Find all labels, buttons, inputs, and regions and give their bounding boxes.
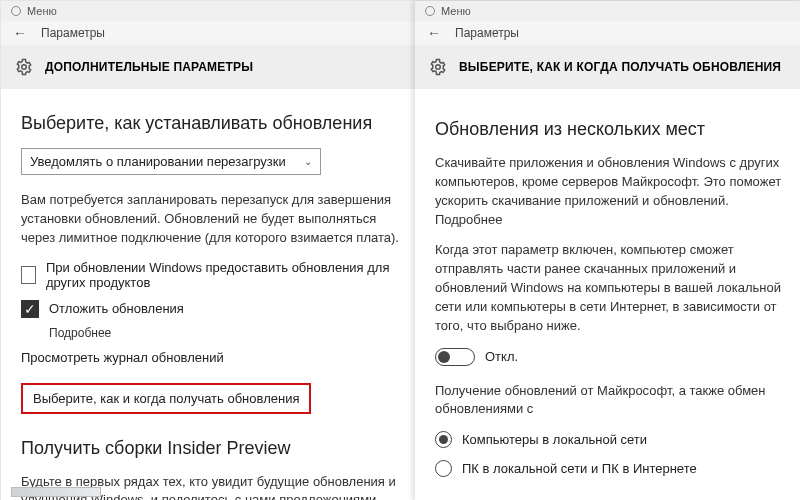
- radio-internet-label: ПК в локальной сети и ПК в Интернете: [462, 461, 697, 476]
- install-description: Вам потребуется запланировать перезапуск…: [21, 191, 411, 248]
- radio-internet-row[interactable]: ПК в локальной сети и ПК в Интернете: [435, 460, 783, 477]
- left-window: Меню ← Параметры ДОПОЛНИТЕЛЬНЫЕ ПАРАМЕТР…: [1, 1, 415, 500]
- choose-updates-link-label: Выберите, как и когда получать обновлени…: [33, 391, 299, 406]
- delivery-toggle[interactable]: [435, 348, 475, 366]
- chevron-down-icon: ⌄: [304, 156, 312, 167]
- menu-label[interactable]: Меню: [441, 5, 471, 17]
- radio-local-row[interactable]: Компьютеры в локальной сети: [435, 431, 783, 448]
- gear-icon: [15, 58, 33, 76]
- back-arrow-icon[interactable]: ←: [13, 26, 27, 40]
- left-titlebar: ДОПОЛНИТЕЛЬНЫЕ ПАРАМЕТРЫ: [1, 45, 415, 89]
- svg-point-0: [22, 65, 27, 70]
- highlighted-choose-updates-link[interactable]: Выберите, как и когда получать обновлени…: [21, 383, 311, 414]
- gear-icon: [429, 58, 447, 76]
- left-content: Выберите, как устанавливать обновления У…: [1, 89, 415, 500]
- checkbox-other-products[interactable]: [21, 266, 36, 284]
- menu-label[interactable]: Меню: [27, 5, 57, 17]
- section-install-updates: Выберите, как устанавливать обновления: [21, 113, 411, 134]
- app-icon: [425, 6, 435, 16]
- breadcrumb[interactable]: Параметры: [41, 26, 105, 40]
- section-multiple-places: Обновления из нескольких мест: [435, 119, 783, 140]
- right-header: ← Параметры: [415, 21, 800, 45]
- breadcrumb[interactable]: Параметры: [455, 26, 519, 40]
- delivery-toggle-label: Откл.: [485, 349, 518, 364]
- multi-desc-2: Когда этот параметр включен, компьютер с…: [435, 241, 783, 335]
- more-link[interactable]: Подробнее: [435, 212, 502, 227]
- multi-desc-1: Скачивайте приложения и обновления Windo…: [435, 154, 783, 229]
- defer-more-link[interactable]: Подробнее: [49, 326, 411, 340]
- delivery-toggle-row[interactable]: Откл.: [435, 348, 783, 366]
- app-icon: [11, 6, 21, 16]
- dropdown-value: Уведомлять о планировании перезагрузки: [30, 154, 286, 169]
- radio-internet[interactable]: [435, 460, 452, 477]
- checkbox-defer[interactable]: ✓: [21, 300, 39, 318]
- checkbox-defer-row[interactable]: ✓ Отложить обновления: [21, 300, 411, 318]
- install-mode-dropdown[interactable]: Уведомлять о планировании перезагрузки ⌄: [21, 148, 321, 175]
- right-menubar: Меню: [415, 1, 800, 21]
- multi-desc-3: Получение обновлений от Майкрософт, а та…: [435, 382, 783, 420]
- checkbox-other-products-label: При обновлении Windows предоставить обно…: [46, 260, 411, 290]
- view-update-history-link[interactable]: Просмотреть журнал обновлений: [21, 350, 411, 365]
- radio-local[interactable]: [435, 431, 452, 448]
- checkbox-defer-label: Отложить обновления: [49, 301, 184, 316]
- section-insider: Получить сборки Insider Preview: [21, 438, 411, 459]
- radio-local-label: Компьютеры в локальной сети: [462, 432, 647, 447]
- page-title: ВЫБЕРИТЕ, КАК И КОГДА ПОЛУЧАТЬ ОБНОВЛЕНИ…: [459, 60, 781, 74]
- checkbox-other-products-row[interactable]: При обновлении Windows предоставить обно…: [21, 260, 411, 290]
- right-content: Обновления из нескольких мест Скачивайте…: [415, 89, 800, 499]
- left-header: ← Параметры: [1, 21, 415, 45]
- back-arrow-icon[interactable]: ←: [427, 26, 441, 40]
- right-titlebar: ВЫБЕРИТЕ, КАК И КОГДА ПОЛУЧАТЬ ОБНОВЛЕНИ…: [415, 45, 800, 89]
- page-title: ДОПОЛНИТЕЛЬНЫЕ ПАРАМЕТРЫ: [45, 60, 253, 74]
- taskbar-fragment: [11, 487, 101, 497]
- svg-point-1: [436, 65, 441, 70]
- left-menubar: Меню: [1, 1, 415, 21]
- right-window: Меню ← Параметры ВЫБЕРИТЕ, КАК И КОГДА П…: [415, 1, 800, 500]
